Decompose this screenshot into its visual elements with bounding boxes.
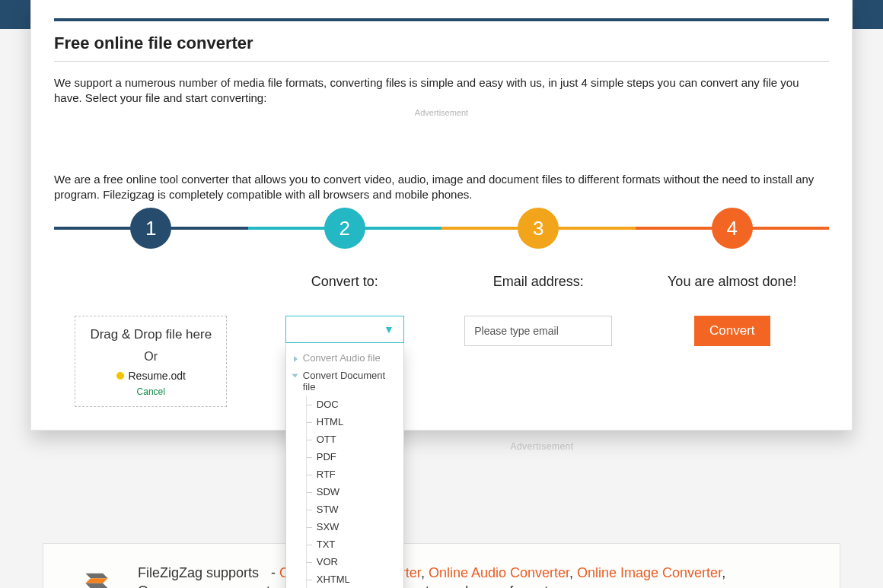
format-option-rtf[interactable]: RTF bbox=[286, 466, 403, 483]
drop-or: Or bbox=[80, 350, 222, 364]
accent-rule bbox=[54, 18, 829, 21]
filezigzag-logo-icon bbox=[77, 562, 116, 588]
format-option-sdw[interactable]: SDW bbox=[286, 483, 403, 501]
step-4-title: You are almost done! bbox=[668, 274, 796, 290]
step-4: 4 You are almost done! Convert bbox=[636, 211, 830, 407]
status-dot-icon bbox=[116, 372, 124, 380]
format-select: ▼ Convert Audio file Convert Document fi… bbox=[285, 316, 404, 343]
format-option-html[interactable]: HTML bbox=[286, 413, 403, 431]
format-option-stw[interactable]: STW bbox=[286, 501, 403, 518]
intro-text-1: We support a numerous number of media fi… bbox=[54, 75, 829, 106]
step-1-title bbox=[149, 274, 153, 290]
chevron-down-icon: ▼ bbox=[384, 323, 394, 335]
supports-text: FileZigZag supports - - Online Video Con… bbox=[138, 564, 733, 588]
link-audio-converter[interactable]: Online Audio Converter bbox=[429, 565, 569, 580]
format-option-doc[interactable]: DOC bbox=[286, 396, 403, 413]
step-1: 1 Drag & Drop file here Or Resume.odt Ca… bbox=[54, 211, 248, 407]
ad-label-top: Advertisement bbox=[54, 108, 829, 117]
format-option-vor[interactable]: VOR bbox=[286, 553, 403, 571]
step-2-title: Convert to: bbox=[311, 274, 378, 290]
page-title: Free online file converter bbox=[54, 33, 829, 53]
uploaded-file-row: Resume.odt bbox=[80, 370, 222, 382]
format-option-ott[interactable]: OTT bbox=[286, 431, 403, 448]
supports-dash: - bbox=[271, 565, 279, 580]
step-3: 3 Email address: bbox=[442, 211, 636, 407]
cancel-upload-link[interactable]: Cancel bbox=[80, 386, 222, 397]
convert-button[interactable]: Convert bbox=[694, 316, 770, 346]
comma1: , bbox=[421, 565, 429, 580]
link-image-converter[interactable]: Online Image Converter bbox=[577, 565, 722, 580]
file-drop-area[interactable]: Drag & Drop file here Or Resume.odt Canc… bbox=[75, 316, 227, 407]
step-badge-1: 1 bbox=[130, 208, 171, 249]
supports-brand: FileZigZag supports bbox=[138, 565, 259, 580]
step-badge-3: 3 bbox=[518, 208, 559, 249]
format-option-sxw[interactable]: SXW bbox=[286, 518, 403, 536]
comma2: , bbox=[569, 565, 577, 580]
format-option-xhtml[interactable]: XHTML bbox=[286, 571, 403, 588]
intro-text-2: We are a free online tool converter that… bbox=[54, 172, 829, 203]
step-2: 2 Convert to: ▼ Convert Audio file Conve… bbox=[248, 211, 442, 407]
format-dropdown: Convert Audio file Convert Document file… bbox=[285, 343, 404, 588]
uploaded-filename: Resume.odt bbox=[129, 370, 186, 382]
email-field[interactable] bbox=[464, 316, 612, 346]
supports-panel: FileZigZag supports - - Online Video Con… bbox=[43, 543, 840, 588]
divider bbox=[54, 61, 829, 62]
drop-instruction: Drag & Drop file here bbox=[80, 327, 222, 342]
dropdown-group-document[interactable]: Convert Document file bbox=[286, 367, 403, 396]
dropdown-group-audio[interactable]: Convert Audio file bbox=[286, 349, 403, 367]
format-option-txt[interactable]: TXT bbox=[286, 536, 403, 553]
format-select-button[interactable]: ▼ bbox=[285, 316, 404, 343]
step-badge-4: 4 bbox=[712, 208, 753, 249]
converter-card: Free online file converter We support a … bbox=[30, 0, 853, 431]
step-3-title: Email address: bbox=[493, 274, 584, 290]
ad-slot-top bbox=[54, 117, 829, 172]
format-option-pdf[interactable]: PDF bbox=[286, 448, 403, 466]
step-badge-2: 2 bbox=[324, 208, 365, 249]
steps-row: 1 Drag & Drop file here Or Resume.odt Ca… bbox=[54, 211, 829, 407]
